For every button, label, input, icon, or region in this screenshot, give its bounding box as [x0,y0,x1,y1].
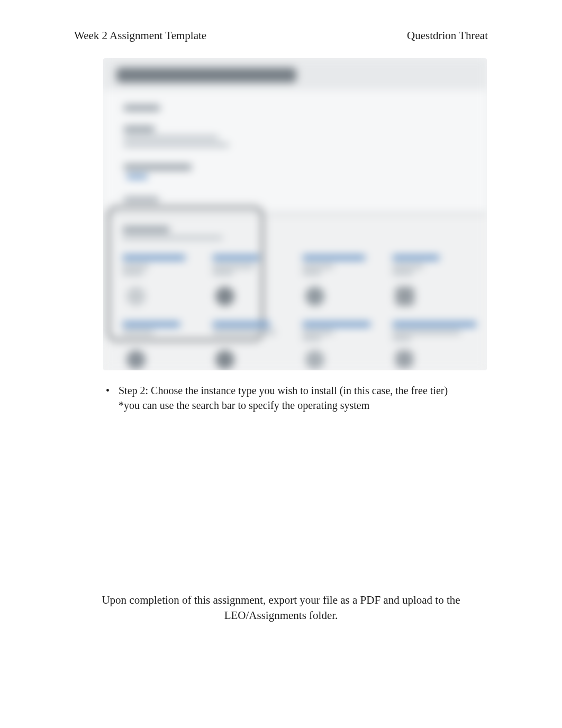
step-line-1: Step 2: Choose the instance type you wis… [119,383,448,398]
footer-line-1: Upon completion of this assignment, expo… [85,593,477,608]
page-footer: Upon completion of this assignment, expo… [0,593,562,624]
header-right: Questdrion Threat [407,29,488,42]
console-title-blob [116,68,296,83]
bullet-icon: • [106,383,119,413]
step-line-2: *you can use the search bar to specify t… [119,398,448,413]
header-left: Week 2 Assignment Template [74,29,206,42]
footer-line-2: LEO/Assignments folder. [85,608,477,623]
page-header: Week 2 Assignment Template Questdrion Th… [74,29,488,42]
step-2-text: • Step 2: Choose the instance type you w… [106,383,488,413]
embedded-screenshot [103,58,487,370]
